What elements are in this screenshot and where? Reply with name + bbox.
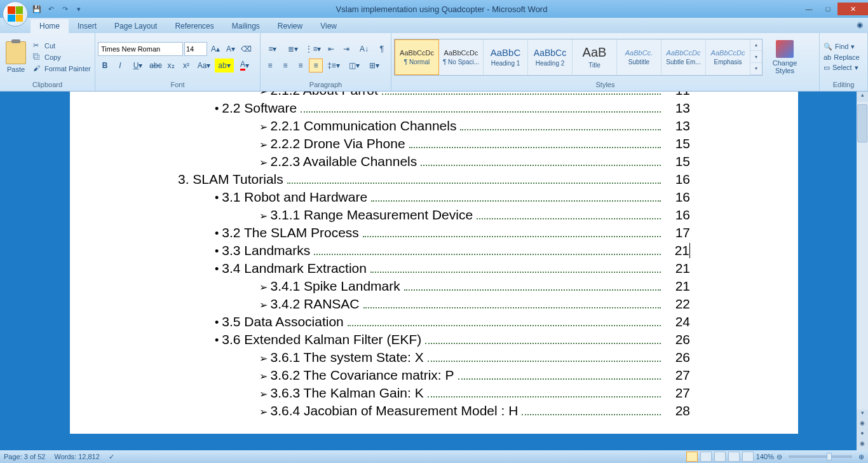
ribbon: Paste ✂Cut ⿻Copy 🖌Format Painter Clipboa… [0, 33, 868, 92]
tab-references[interactable]: References [166, 19, 222, 33]
toc-entry: 3.2 The SLAM Process17 [178, 225, 690, 240]
browse-object-button[interactable]: ● [857, 430, 868, 440]
increase-indent-button[interactable]: ⇥ [339, 42, 353, 56]
toc-entry: 3.6.2 The Covariance matrix: P27 [178, 368, 690, 383]
redo-icon[interactable]: ↷ [60, 4, 70, 14]
justify-button[interactable]: ≡ [309, 59, 323, 73]
group-label-styles: Styles [394, 79, 817, 90]
vertical-scrollbar[interactable]: ▴ ▾ ◉ ● ◉ [857, 92, 868, 450]
underline-button[interactable]: U▾ [128, 59, 147, 73]
change-case-button[interactable]: Aa▾ [194, 59, 214, 73]
quick-access-toolbar: 💾 ↶ ↷ ▾ [32, 4, 84, 14]
copy-button[interactable]: ⿻Copy [32, 52, 92, 62]
zoom-in-button[interactable]: ⊕ [858, 453, 864, 461]
shrink-font-button[interactable]: A▾ [224, 42, 238, 56]
subscript-button[interactable]: x₂ [164, 59, 178, 73]
clear-formatting-button[interactable]: ⌫ [239, 42, 253, 56]
toc-entry: 2.2.3 Available Channels15 [178, 154, 690, 169]
status-proofing-icon[interactable]: ✓ [109, 453, 114, 461]
toc-entry: 3. SLAM Tutorials16 [178, 172, 690, 187]
style-title[interactable]: AaBTitle [573, 39, 617, 75]
full-screen-view-button[interactable] [700, 452, 712, 462]
align-center-button[interactable]: ≡ [278, 59, 292, 73]
help-icon[interactable]: ◉ [857, 20, 863, 29]
replace-button[interactable]: abReplace [822, 53, 861, 62]
grow-font-button[interactable]: A▴ [208, 42, 222, 56]
style-heading1[interactable]: AaBbCHeading 1 [484, 39, 528, 75]
toc-entry: 3.6.1 The system State: X26 [178, 350, 690, 365]
zoom-slider-thumb[interactable] [827, 453, 832, 460]
find-button[interactable]: 🔍Find ▾ [822, 42, 861, 52]
italic-button[interactable]: I [113, 59, 127, 73]
numbering-button[interactable]: ≣▾ [283, 42, 302, 56]
style-no-spacing[interactable]: AaBbCcDc¶ No Spaci... [439, 39, 484, 75]
status-page[interactable]: Page: 3 of 52 [4, 453, 45, 460]
show-marks-button[interactable]: ¶ [375, 42, 389, 56]
shading-button[interactable]: ◫▾ [344, 59, 363, 73]
status-words[interactable]: Words: 12,812 [54, 453, 99, 460]
document-area[interactable]: 2.1.2 About Parrot112.2 Software132.2.1 … [0, 92, 868, 450]
zoom-level[interactable]: 140% [756, 453, 774, 460]
scroll-thumb[interactable] [857, 104, 867, 142]
group-clipboard: Paste ✂Cut ⿻Copy 🖌Format Painter Clipboa… [0, 33, 95, 91]
save-icon[interactable]: 💾 [32, 4, 42, 14]
tab-view[interactable]: View [311, 19, 346, 33]
superscript-button[interactable]: x² [179, 59, 193, 73]
office-button[interactable] [3, 1, 28, 27]
toc-entry: 3.6.3 The Kalman Gain: K27 [178, 385, 690, 401]
style-normal[interactable]: AaBbCcDc¶ Normal [395, 39, 439, 75]
status-bar: Page: 3 of 52 Words: 12,812 ✓ 140% ⊖ ⊕ [0, 450, 868, 463]
tab-home[interactable]: Home [31, 19, 69, 33]
style-gallery-scroll[interactable]: ▴▾▾ [750, 39, 762, 75]
toc-entry: 3.5 Data Association24 [178, 314, 690, 329]
style-heading2[interactable]: AaBbCcHeading 2 [528, 39, 573, 75]
qat-dropdown-icon[interactable]: ▾ [74, 4, 84, 14]
tab-review[interactable]: Review [269, 19, 311, 33]
bullets-button[interactable]: ≡▾ [263, 42, 282, 56]
font-color-button[interactable]: A▾ [235, 59, 254, 73]
group-editing: 🔍Find ▾ abReplace ▭Select ▾ Editing [820, 33, 868, 91]
paste-button[interactable]: Paste [3, 41, 29, 73]
sort-button[interactable]: A↓ [355, 42, 374, 56]
align-left-button[interactable]: ≡ [263, 59, 277, 73]
bold-button[interactable]: B [98, 59, 112, 73]
change-styles-button[interactable]: Change Styles [769, 40, 801, 74]
highlight-button[interactable]: ab▾ [215, 59, 234, 73]
scroll-up-button[interactable]: ▴ [857, 92, 868, 102]
print-layout-view-button[interactable] [686, 452, 698, 462]
next-page-button[interactable]: ◉ [857, 440, 868, 450]
web-layout-view-button[interactable] [714, 452, 726, 462]
style-emphasis[interactable]: AaBbCcDcEmphasis [706, 39, 750, 75]
borders-button[interactable]: ⊞▾ [365, 59, 384, 73]
group-label-editing: Editing [822, 79, 865, 90]
style-subtle-emphasis[interactable]: AaBbCcDcSubtle Em... [661, 39, 706, 75]
style-subtitle[interactable]: AaBbCc.Subtitle [617, 39, 661, 75]
strikethrough-button[interactable]: abc [149, 59, 163, 73]
scroll-down-button[interactable]: ▾ [857, 410, 868, 420]
format-painter-button[interactable]: 🖌Format Painter [32, 64, 92, 74]
line-spacing-button[interactable]: ‡≡▾ [324, 59, 343, 73]
outline-view-button[interactable] [728, 452, 740, 462]
close-button[interactable]: ✕ [837, 3, 868, 15]
tab-insert[interactable]: Insert [69, 19, 105, 33]
font-name-select[interactable] [98, 42, 183, 56]
undo-icon[interactable]: ↶ [46, 4, 56, 14]
minimize-button[interactable]: — [799, 3, 818, 15]
zoom-out-button[interactable]: ⊖ [776, 453, 782, 461]
tab-mailings[interactable]: Mailings [223, 19, 269, 33]
replace-icon: ab [824, 53, 831, 61]
draft-view-button[interactable] [742, 452, 754, 462]
cut-button[interactable]: ✂Cut [32, 41, 92, 51]
toc-entry: 2.1.2 About Parrot11 [178, 92, 690, 98]
tab-page-layout[interactable]: Page Layout [105, 19, 166, 33]
paste-icon [6, 41, 26, 64]
zoom-slider[interactable] [789, 455, 852, 458]
align-right-button[interactable]: ≡ [294, 59, 308, 73]
decrease-indent-button[interactable]: ⇤ [324, 42, 338, 56]
prev-page-button[interactable]: ◉ [857, 420, 868, 430]
maximize-button[interactable]: □ [818, 3, 837, 15]
font-size-select[interactable] [184, 42, 207, 56]
select-button[interactable]: ▭Select ▾ [822, 63, 861, 73]
document-page[interactable]: 2.1.2 About Parrot112.2 Software132.2.1 … [70, 92, 798, 434]
multilevel-list-button[interactable]: ⋮≡▾ [304, 42, 323, 56]
